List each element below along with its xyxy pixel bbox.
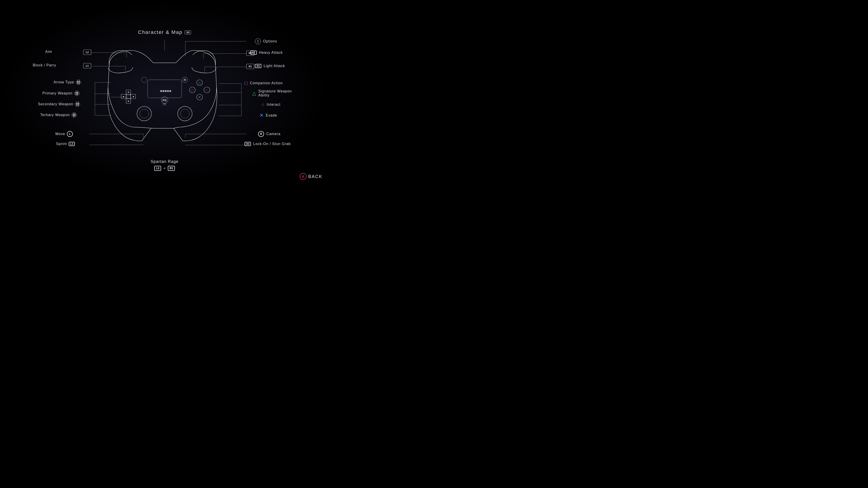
- svg-text:PS: PS: [162, 98, 167, 102]
- controller-illustration: PS: [107, 51, 217, 141]
- svg-point-1: [160, 90, 162, 92]
- svg-marker-16: [133, 96, 134, 98]
- svg-point-27: [178, 106, 192, 121]
- triangle-icon: △: [252, 91, 256, 96]
- square-icon: □: [245, 80, 248, 86]
- back-button[interactable]: BACK: [300, 173, 322, 180]
- interact-label: ○ Interact: [261, 102, 281, 107]
- svg-point-4: [167, 90, 169, 92]
- l3-combo-badge: L3: [154, 166, 161, 171]
- l3-badge: L3: [69, 142, 75, 146]
- heavy-attack-label: R2 Heavy Attack: [250, 51, 283, 55]
- svg-point-36: [165, 103, 166, 104]
- tertiary-weapon-label: Tertiary Weapon: [40, 112, 76, 118]
- r3-badge: R3: [245, 142, 251, 146]
- svg-marker-14: [127, 101, 129, 102]
- back-circle: [300, 173, 307, 180]
- svg-point-28: [180, 109, 189, 118]
- cross-icon: ✕: [259, 113, 264, 118]
- title-area: Character & Map ⌨: [138, 29, 191, 35]
- spartan-rage-title: Spartan Rage: [151, 159, 178, 164]
- svg-point-33: [142, 77, 147, 83]
- page-title: Character & Map: [138, 29, 182, 35]
- move-label: Move L: [55, 131, 73, 137]
- svg-text:□: □: [191, 88, 193, 92]
- dpad-icon-2: [74, 91, 79, 96]
- svg-point-34: [163, 103, 164, 104]
- r-badge: R: [258, 131, 264, 137]
- svg-text:R1: R1: [249, 65, 252, 68]
- circle-icon: ○: [261, 102, 264, 107]
- signature-weapon-label: △ Signature WeaponAbility: [252, 89, 292, 97]
- svg-point-5: [169, 90, 171, 92]
- svg-point-26: [140, 109, 149, 118]
- svg-text:○: ○: [206, 88, 208, 92]
- aim-label: Aim: [45, 50, 52, 54]
- svg-point-25: [137, 106, 151, 121]
- evade-label: ✕ Evade: [259, 113, 277, 118]
- svg-marker-15: [123, 96, 124, 98]
- svg-point-38: [164, 104, 165, 105]
- r1-badge: R1: [255, 64, 261, 68]
- lock-on-label: R3 Lock-On / Stun Grab: [245, 142, 291, 146]
- svg-text:L1: L1: [86, 64, 89, 67]
- r2-badge: R2: [250, 51, 257, 55]
- svg-point-39: [165, 104, 166, 105]
- svg-rect-0: [148, 80, 182, 98]
- primary-weapon-label: Primary Weapon: [42, 91, 79, 96]
- svg-point-35: [164, 103, 165, 104]
- options-icon: [255, 38, 261, 44]
- svg-point-2: [162, 90, 164, 92]
- plus-symbol: +: [163, 166, 165, 170]
- svg-text:✕: ✕: [198, 95, 201, 99]
- dpad-icon-3: [75, 102, 80, 107]
- diagram-container: PS: [0, 0, 329, 184]
- spartan-rage-area: Spartan Rage L3 + R3: [151, 159, 178, 171]
- svg-marker-13: [127, 91, 129, 93]
- back-label: BACK: [308, 174, 322, 179]
- svg-point-3: [165, 90, 166, 92]
- options-label: Options: [255, 38, 277, 44]
- block-parry-label: Block / Parry: [33, 63, 56, 67]
- svg-text:△: △: [198, 81, 201, 85]
- back-circle-inner: [302, 175, 304, 177]
- secondary-weapon-label: Secondary Weapon: [38, 102, 80, 107]
- l-badge: L: [67, 131, 73, 137]
- dpad-icon: [76, 80, 81, 85]
- companion-action-label: □ Companion Action: [245, 80, 283, 86]
- camera-label: R Camera: [258, 131, 281, 137]
- r3-combo-badge: R3: [168, 166, 175, 171]
- sprint-label: Sprint L3: [56, 142, 75, 146]
- light-attack-label: R1 Light Attack: [255, 64, 285, 68]
- svg-point-37: [163, 104, 164, 105]
- spartan-rage-combo: L3 + R3: [154, 166, 175, 171]
- svg-text:L2: L2: [86, 51, 89, 54]
- arrow-type-label: Arrow Type: [54, 80, 81, 85]
- keyboard-icon: ⌨: [185, 31, 191, 34]
- dpad-icon-4: [72, 112, 76, 118]
